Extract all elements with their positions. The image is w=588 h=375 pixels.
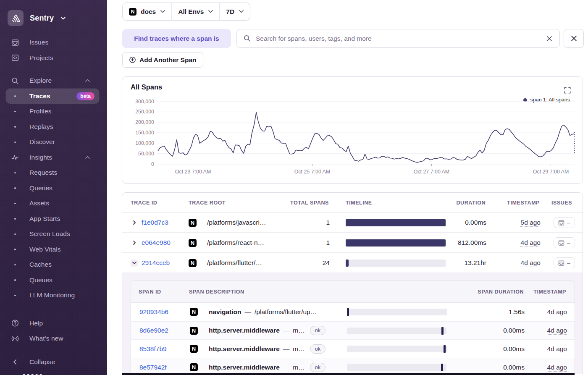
- traces-table-header: TRACE IDTRACE ROOTTOTAL SPANSTIMELINEDUR…: [122, 193, 583, 212]
- traces-table-body: f1e0d7c3N/platforms/javascri…10.00ms5d a…: [122, 212, 583, 273]
- span-timeline-marker: [347, 308, 349, 316]
- spans-subtable-body: 920934b6Nnavigation—/platforms/flutter/u…: [131, 303, 575, 374]
- span-description-cell: Nhttp.server.middleware—m…ok: [190, 340, 326, 358]
- sidebar-item-web-vitals[interactable]: Web Vitals: [6, 242, 99, 257]
- duration-cell: 812.00ms: [432, 233, 486, 253]
- sidebar-item-collapse[interactable]: Collapse: [6, 354, 99, 370]
- svg-text:50,000: 50,000: [138, 151, 154, 157]
- date-range-selector[interactable]: 7D: [219, 3, 250, 20]
- trace-id-cell: e064e980: [142, 233, 171, 253]
- trace-id-link[interactable]: f1e0d7c3: [142, 219, 168, 226]
- issues-icon: [558, 220, 564, 226]
- timeline-fill: [346, 239, 446, 247]
- issues-count-pill[interactable]: –: [554, 217, 575, 228]
- sidebar-item-profiles[interactable]: Profiles: [6, 104, 99, 119]
- sidebar-item-label: LLM Monitoring: [29, 291, 75, 299]
- timestamp-link[interactable]: 4d ago: [547, 364, 567, 371]
- plus-circle-icon: [129, 57, 136, 63]
- bullet-icon: [11, 246, 19, 253]
- issues-count-pill[interactable]: –: [554, 237, 575, 248]
- close-icon: [570, 35, 578, 42]
- timestamp-link[interactable]: 4d ago: [521, 259, 541, 267]
- svg-text:300,000: 300,000: [135, 99, 154, 105]
- span-id-link[interactable]: 8d6e90e2: [139, 327, 168, 334]
- sidebar-item-label: Insights: [29, 154, 52, 161]
- timestamp-link[interactable]: 5d ago: [521, 219, 541, 226]
- sidebar-item-requests[interactable]: Requests: [6, 165, 99, 181]
- sidebar-item-label: Projects: [29, 54, 53, 62]
- span-id-link[interactable]: 8e57942f: [139, 364, 167, 371]
- span-duration-cell: 0.00ms: [470, 340, 525, 358]
- sidebar-item-traces[interactable]: Tracesbeta: [6, 89, 99, 104]
- span-id-link[interactable]: 8538f7b9: [139, 345, 167, 353]
- chevron-down-icon[interactable]: [131, 260, 138, 267]
- total-spans-cell: 1: [299, 233, 330, 253]
- sidebar-item-app-starts[interactable]: App Starts: [6, 211, 99, 227]
- timestamp-link[interactable]: 4d ago: [547, 345, 567, 353]
- bullet-icon: [11, 276, 19, 284]
- nextjs-icon: N: [189, 219, 197, 227]
- sidebar-item-queues[interactable]: Queues: [6, 273, 99, 288]
- sidebar-item-label: Issues: [29, 39, 48, 46]
- span-id-link[interactable]: 920934b6: [139, 308, 168, 316]
- column-header-trace-root: TRACE ROOT: [189, 193, 226, 212]
- span-op-name: http.server.middleware: [209, 364, 280, 371]
- chevron-down-icon: [208, 10, 213, 13]
- trace-table-row: 2914ccebN/platforms/flutter/…2413.21hr4d…: [122, 253, 583, 273]
- bullet-icon: [11, 92, 19, 100]
- remove-span-filter-button[interactable]: [564, 29, 584, 48]
- trace-id-link[interactable]: e064e980: [142, 239, 171, 247]
- trace-root-cell: N/platforms/react-n…: [189, 233, 264, 253]
- environment-selector[interactable]: All Envs: [171, 3, 219, 20]
- column-header-duration: DURATION: [457, 193, 486, 212]
- timestamp-link[interactable]: 4d ago: [547, 308, 567, 316]
- span-description-cell: Nnavigation—/platforms/flutter/up…: [190, 303, 317, 321]
- span-id-cell: 8d6e90e2: [139, 322, 168, 340]
- sidebar-item-help[interactable]: Help: [6, 316, 99, 331]
- sidebar-item-assets[interactable]: Assets: [6, 196, 99, 211]
- sidebar-item-llm-monitoring[interactable]: LLM Monitoring: [6, 288, 99, 303]
- issues-count-pill[interactable]: –: [554, 257, 575, 268]
- chevron-right-icon[interactable]: [131, 239, 138, 247]
- all-spans-line-chart[interactable]: 050,000100,000150,000200,000250,000300,0…: [122, 77, 583, 184]
- bullet-icon: [11, 215, 19, 223]
- sidebar-item-screen-loads[interactable]: Screen Loads: [6, 226, 99, 242]
- subtable-column-header-span-description: SPAN DESCRIPTION: [189, 281, 244, 303]
- org-switcher[interactable]: Sentry: [8, 10, 66, 26]
- sidebar-item-explore[interactable]: Explore: [6, 73, 99, 89]
- span-timeline-track: [347, 309, 447, 315]
- spans-subtable-header: SPAN IDSPAN DESCRIPTIONSPAN DURATIONTIME…: [131, 281, 575, 303]
- issues-icon: [558, 240, 564, 246]
- all-spans-chart-panel: All Spans span 1: All spans 050,000100,0…: [122, 76, 583, 184]
- span-duration-cell: 1.56s: [470, 303, 525, 321]
- sidebar-item-discover[interactable]: Discover: [6, 134, 99, 150]
- span-table-row: 8e57942fNhttp.server.middleware—m…ok0.00…: [131, 358, 575, 374]
- timestamp-link[interactable]: 4d ago: [521, 239, 541, 247]
- sidebar-item-issues[interactable]: Issues: [6, 35, 99, 50]
- timestamp-link[interactable]: 4d ago: [547, 327, 567, 334]
- span-timestamp-cell: 4d ago: [525, 322, 567, 340]
- timeline-bar: [346, 219, 446, 226]
- sidebar-item-label: Caches: [29, 261, 52, 268]
- add-another-span-button[interactable]: Add Another Span: [122, 52, 203, 68]
- sidebar-item-insights[interactable]: Insights: [6, 150, 99, 165]
- span-id-cell: 8e57942f: [139, 358, 167, 374]
- sidebar-item-label: Requests: [29, 169, 57, 176]
- sidebar-item-what-s-new[interactable]: What's new: [6, 331, 99, 346]
- sidebar-item-caches[interactable]: Caches: [6, 257, 99, 273]
- sidebar-item-replays[interactable]: Replays: [6, 119, 99, 135]
- trace-id-link[interactable]: 2914cceb: [142, 259, 170, 267]
- clear-search-icon[interactable]: [546, 35, 553, 42]
- main-content: N docs All Envs 7D Find traces where a s…: [107, 0, 588, 375]
- span-status-pill: ok: [310, 363, 326, 372]
- sidebar-item-queries[interactable]: Queries: [6, 181, 99, 196]
- chevron-down-icon: [239, 10, 244, 13]
- span-status-pill: ok: [310, 344, 326, 354]
- sidebar-item-projects[interactable]: Projects: [6, 50, 99, 66]
- issues-count-dash: –: [567, 240, 570, 246]
- project-selector[interactable]: N docs: [123, 3, 171, 20]
- search-input[interactable]: [256, 35, 541, 42]
- nextjs-icon: N: [190, 345, 198, 353]
- chevron-right-icon[interactable]: [131, 219, 138, 226]
- bullet-icon: [11, 199, 19, 207]
